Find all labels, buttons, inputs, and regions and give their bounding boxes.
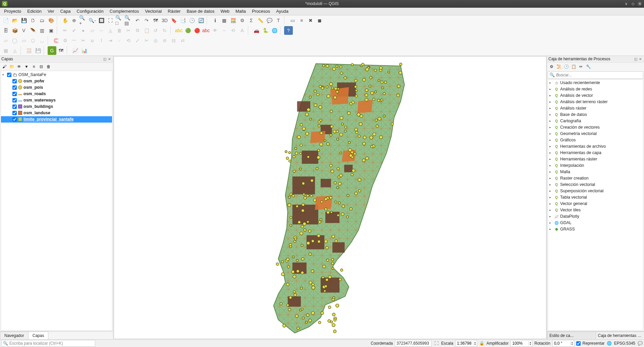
save-project-button[interactable]: 💾 xyxy=(19,16,28,25)
field-calc-button[interactable]: 🧮 xyxy=(229,16,237,25)
zoom-native-button[interactable]: 🔲 xyxy=(97,16,106,25)
processing-group[interactable]: ▸QHerramientas ráster xyxy=(548,156,643,162)
processing-group[interactable]: ▸QAnálisis ráster xyxy=(548,105,643,112)
rotation-input[interactable]: ▲▼ xyxy=(552,340,574,347)
panel-close-button[interactable]: ✕ xyxy=(107,57,112,61)
processing-group[interactable]: ▸QVector tiles xyxy=(548,207,643,213)
select-features-button[interactable]: ▭ xyxy=(288,16,297,25)
map-tips-button[interactable]: 💬 xyxy=(265,16,274,25)
label-button[interactable]: abc xyxy=(174,26,183,35)
identify-button[interactable]: ℹ xyxy=(211,16,219,25)
menu-configuracion[interactable]: Configuración xyxy=(74,8,106,14)
proc-history-button[interactable]: 🕒 xyxy=(563,64,569,70)
tab-capas[interactable]: Capas xyxy=(28,332,49,339)
layer-row[interactable]: osm_roads xyxy=(1,91,112,97)
layer-label[interactable]: osm_buildings xyxy=(23,104,53,109)
zoom-full-button[interactable]: ⛶ xyxy=(106,16,115,25)
layer-checkbox[interactable] xyxy=(12,98,17,102)
processing-group[interactable]: ▸QSuperposición vectorial xyxy=(548,188,643,194)
close-button[interactable]: ✕ xyxy=(637,1,642,6)
menu-basedatos[interactable]: Base de datos xyxy=(184,8,217,14)
scale-input[interactable]: ▲▼ xyxy=(455,340,477,347)
processing-group[interactable]: ▸QVector general xyxy=(548,201,643,207)
open-attr-table-button[interactable]: ▦ xyxy=(220,16,228,25)
messages-icon[interactable]: 💬 xyxy=(637,341,643,346)
extents-icon[interactable]: ⛶ xyxy=(434,341,439,346)
proc-options-button[interactable]: 🔧 xyxy=(585,64,591,70)
routing-button[interactable]: 🚗 xyxy=(252,26,261,35)
processing-group[interactable]: ▸QHerramientas de capa xyxy=(548,150,643,156)
menu-web[interactable]: Web xyxy=(218,8,232,14)
map-canvas[interactable] xyxy=(114,56,546,339)
new-project-button[interactable]: 📄 xyxy=(1,16,10,25)
new-memory-button[interactable]: ▣ xyxy=(47,26,55,35)
new-geopackage-button[interactable]: 📦 xyxy=(10,26,19,35)
python-console-button[interactable]: 🐍 xyxy=(261,26,270,35)
menu-ver[interactable]: Ver xyxy=(45,8,57,14)
open-project-button[interactable]: 📂 xyxy=(10,16,19,25)
menu-vectorial[interactable]: Vectorial xyxy=(142,8,164,14)
layer-row[interactable]: osm_pois xyxy=(1,84,112,91)
processing-group[interactable]: ▸QCartografía xyxy=(548,118,643,124)
new-map-view-button[interactable]: 🗺 xyxy=(151,16,160,25)
layer-tree[interactable]: ▾🗀OSM_SantaFeosm_pofwosm_poisosm_roadsos… xyxy=(1,71,112,331)
crs-icon[interactable]: 🌐 xyxy=(607,341,612,346)
layer-checkbox[interactable] xyxy=(12,92,17,96)
expand-all-button[interactable]: ≡ xyxy=(31,64,37,70)
select-all-button[interactable]: ◼ xyxy=(315,16,324,25)
menu-ayuda[interactable]: Ayuda xyxy=(273,8,291,14)
style-manager-button[interactable]: 🎨 xyxy=(47,16,55,25)
proc-model-button[interactable]: ⚙ xyxy=(548,64,554,70)
new-3d-view-button[interactable]: 3D xyxy=(160,16,169,25)
layer-checkbox[interactable] xyxy=(12,85,17,90)
processing-search-input[interactable] xyxy=(556,73,642,77)
new-bookmark-button[interactable]: 🔖 xyxy=(169,16,178,25)
menu-procesos[interactable]: Procesos xyxy=(249,8,273,14)
processing-group[interactable]: ▸QAnálisis de vector xyxy=(548,92,643,99)
layer-checkbox[interactable] xyxy=(12,111,17,115)
panel-float-button[interactable]: ◱ xyxy=(633,57,638,61)
new-shapefile-button[interactable]: V xyxy=(19,26,28,35)
processing-group[interactable]: ▸QBase de datos xyxy=(548,112,643,118)
minimize-button[interactable]: ∨ xyxy=(624,1,629,6)
layout-manager-button[interactable]: 🗂 xyxy=(38,16,46,25)
tab-estilo[interactable]: Estilo de ca... xyxy=(547,332,596,339)
menu-complementos[interactable]: Complementos xyxy=(107,8,142,14)
refresh-button[interactable]: 🔄 xyxy=(197,16,205,25)
crs-label[interactable]: EPSG:5345 xyxy=(614,341,635,346)
layer-label[interactable]: limite_provincial_santafe xyxy=(23,117,73,122)
zoom-selection-button[interactable]: 🔍□ xyxy=(115,16,124,25)
layer-label[interactable]: osm_waterways xyxy=(23,98,56,102)
menu-proyecto[interactable]: Proyecto xyxy=(1,8,24,14)
menu-capa[interactable]: Capa xyxy=(57,8,73,14)
proc-edit-button[interactable]: ✏ xyxy=(578,64,584,70)
locator-input[interactable]: 🔍 Escriba para localizar (Ctrl+K) xyxy=(1,340,95,347)
temporal-button[interactable]: 🕒 xyxy=(187,16,196,25)
menu-edicion[interactable]: Edición xyxy=(24,8,44,14)
zoom-layer-button[interactable]: 🔍▤ xyxy=(124,16,133,25)
processing-group[interactable]: ▸QCreación de vectores xyxy=(548,124,643,131)
menu-malla[interactable]: Malla xyxy=(233,8,249,14)
layer-row[interactable]: osm_pofw xyxy=(1,78,112,84)
lock-icon[interactable]: 🔒 xyxy=(479,341,484,346)
processing-group[interactable]: ▸QAnálisis del terreno ráster xyxy=(548,99,643,105)
zoom-in-button[interactable]: 🔍+ xyxy=(79,16,88,25)
proc-results-button[interactable]: 📋 xyxy=(571,64,577,70)
processing-group[interactable]: ▸QAnálisis de redes xyxy=(548,86,643,92)
coord-value[interactable]: 3723477,6505993 xyxy=(395,340,432,347)
tab-navegador[interactable]: Navegador xyxy=(0,332,29,339)
layer-row[interactable]: osm_landuse xyxy=(1,110,112,116)
dataplotly-button[interactable]: 📈 xyxy=(71,46,79,55)
processing-group[interactable]: ▸QInterpolación xyxy=(548,162,643,169)
processing-group[interactable]: ▸QHerramientas de archivo xyxy=(548,143,643,150)
layer-checkbox[interactable] xyxy=(12,105,17,109)
layer-label[interactable]: osm_pofw xyxy=(23,79,44,83)
deselect-button[interactable]: ✖ xyxy=(306,16,315,25)
data-source-manager-button[interactable]: 🗄 xyxy=(1,26,10,35)
grass-region-button[interactable]: 🗺 xyxy=(57,46,65,55)
annotation-button[interactable]: T xyxy=(274,16,283,25)
pan-to-selection-button[interactable]: ⊕ xyxy=(70,16,78,25)
grass-tool-button[interactable]: G xyxy=(48,46,56,55)
zoom-out-button[interactable]: 🔍- xyxy=(88,16,97,25)
processing-group[interactable]: ▸QGráficos xyxy=(548,137,643,143)
